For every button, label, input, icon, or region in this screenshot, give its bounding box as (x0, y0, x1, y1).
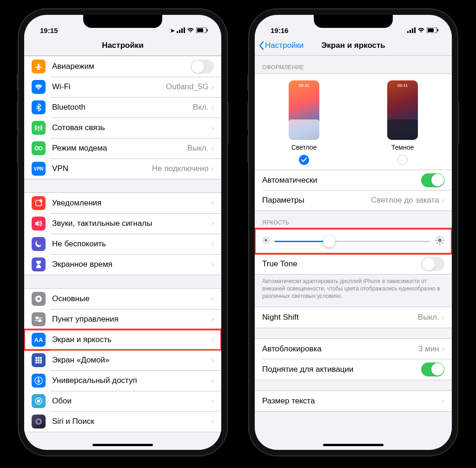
row-params[interactable]: Параметры Светлое до заката › (255, 190, 452, 211)
notch (83, 15, 162, 28)
true-tone-toggle[interactable] (421, 257, 444, 271)
row-label: Night Shift (262, 313, 418, 322)
row-home-screen[interactable]: Экран «Домой» › (24, 350, 221, 370)
svg-point-13 (37, 297, 40, 300)
location-icon: ➤ (170, 27, 175, 34)
wifi-icon (32, 80, 46, 94)
svg-rect-24 (35, 362, 37, 363)
volume-up (17, 102, 19, 130)
svg-point-15 (36, 317, 39, 319)
chevron-icon: › (212, 144, 214, 152)
page-title: Настройки (102, 41, 144, 50)
phone-right: 19:16 Настройки Экран и яркость ОФ (249, 9, 457, 455)
row-true-tone[interactable]: True Tone (255, 254, 452, 274)
row-label: Siri и Поиск (52, 417, 212, 426)
light-radio[interactable] (299, 155, 309, 165)
row-night-shift[interactable]: Night Shift Выкл. › (255, 307, 452, 328)
row-label: Обои (52, 396, 212, 406)
auto-toggle[interactable] (421, 173, 444, 187)
settings-list[interactable]: Авиарежим Wi-Fi Outland_5G › Bluetooth (24, 56, 221, 450)
row-label: Пункт управления (52, 315, 212, 324)
row-text-size[interactable]: Размер текста › (255, 391, 452, 411)
row-bluetooth[interactable]: Bluetooth Вкл. › (24, 97, 221, 118)
row-control-center[interactable]: Пункт управления › (24, 309, 221, 330)
row-label: Параметры (262, 196, 371, 205)
row-label: Авиарежим (52, 62, 191, 71)
vpn-icon: VPN (32, 162, 46, 176)
row-auto-lock[interactable]: Автоблокировка 3 мин › (255, 339, 452, 359)
row-general[interactable]: Основные › (24, 289, 221, 309)
brightness-header: ЯРКОСТЬ (255, 211, 452, 229)
row-siri[interactable]: Siri и Поиск › (24, 411, 221, 432)
chevron-icon: › (212, 240, 214, 248)
vpn-value: Не подключено (152, 164, 209, 173)
svg-line-55 (442, 243, 443, 244)
svg-rect-0 (177, 31, 178, 33)
row-accessibility[interactable]: Универсальный доступ › (24, 370, 221, 391)
row-cellular[interactable]: Сотовая связь › (24, 118, 221, 138)
svg-rect-38 (428, 28, 434, 32)
row-label: Основные (52, 294, 212, 303)
home-indicator[interactable] (323, 444, 383, 446)
row-raise-to-wake[interactable]: Поднятие для активации (255, 359, 452, 380)
svg-point-9 (39, 147, 42, 150)
display-settings[interactable]: ОФОРМЛЕНИЕ 09:41 Светлое (255, 56, 452, 450)
preview-time: 09:41 (387, 83, 418, 88)
row-dnd[interactable]: Не беспокоить › (24, 234, 221, 254)
raise-toggle[interactable] (421, 363, 444, 376)
status-icons (407, 26, 439, 34)
chevron-icon: › (212, 356, 214, 364)
chevron-icon: › (212, 103, 214, 112)
chevron-icon: › (442, 196, 444, 204)
power-button (227, 102, 229, 144)
chevron-icon: › (212, 417, 214, 426)
dark-preview: 09:41 (387, 80, 418, 140)
airplane-toggle[interactable] (191, 59, 214, 73)
row-wifi[interactable]: Wi-Fi Outland_5G › (24, 77, 221, 97)
svg-rect-39 (437, 29, 438, 32)
appearance-dark-option[interactable]: 09:41 Темное (387, 80, 418, 165)
svg-point-40 (264, 239, 267, 242)
home-indicator[interactable] (93, 444, 153, 446)
row-display-brightness[interactable]: AA Экран и яркость › (24, 330, 221, 350)
row-auto-appearance[interactable]: Автоматически (255, 170, 452, 190)
svg-point-28 (38, 378, 40, 380)
svg-rect-36 (414, 27, 416, 33)
params-value: Светлое до заката (371, 196, 439, 205)
brightness-slider[interactable] (274, 241, 430, 242)
chevron-icon: › (212, 295, 214, 303)
svg-point-30 (37, 400, 40, 403)
home-screen-icon (32, 353, 46, 367)
svg-point-49 (438, 238, 442, 242)
svg-rect-21 (35, 359, 37, 361)
svg-rect-1 (179, 30, 180, 33)
nightshift-value: Выкл. (418, 313, 439, 322)
volume-down (17, 135, 19, 163)
chevron-icon: › (212, 397, 214, 405)
row-wallpaper[interactable]: Обои › (24, 391, 221, 411)
chevron-icon: › (212, 315, 214, 323)
sounds-icon (32, 217, 46, 231)
appearance-light-option[interactable]: 09:41 Светлое (289, 80, 319, 165)
brightness-slider-row[interactable] (255, 229, 452, 253)
svg-rect-3 (184, 27, 185, 33)
row-screentime[interactable]: Экранное время › (24, 254, 221, 275)
wifi-value: Outland_5G (166, 82, 209, 92)
back-button[interactable]: Настройки (258, 41, 304, 50)
svg-point-32 (37, 420, 40, 423)
status-time: 19:16 (271, 26, 288, 34)
row-hotspot[interactable]: Режим модема Выкл. › (24, 138, 221, 158)
row-sounds[interactable]: Звуки, тактильные сигналы › (24, 213, 221, 234)
dark-radio[interactable] (397, 155, 408, 165)
row-airplane[interactable]: Авиарежим (24, 56, 221, 77)
row-label: Звуки, тактильные сигналы (52, 219, 212, 228)
row-notifications[interactable]: Уведомления › (24, 193, 221, 213)
svg-rect-5 (197, 28, 203, 32)
preview-time: 09:41 (289, 83, 319, 88)
notifications-icon (32, 196, 46, 210)
wallpaper-icon (32, 394, 46, 408)
row-vpn[interactable]: VPN VPN Не подключено › (24, 158, 221, 179)
row-label: Не беспокоить (52, 239, 212, 249)
svg-rect-35 (412, 28, 413, 33)
row-label: Размер текста (262, 396, 442, 406)
